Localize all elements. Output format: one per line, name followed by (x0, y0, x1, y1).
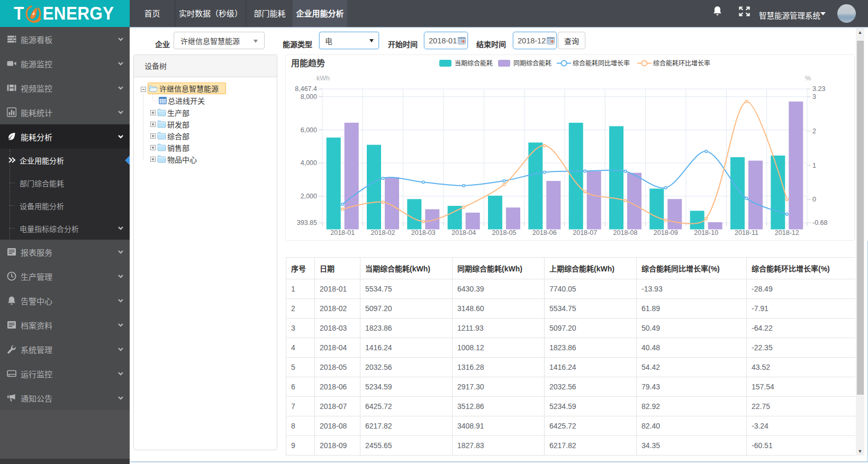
svg-text:2,000: 2,000 (301, 193, 317, 200)
svg-text:kWh: kWh (317, 75, 330, 82)
svg-text:2018-05: 2018-05 (492, 229, 517, 236)
svg-text:2018-12: 2018-12 (775, 229, 799, 236)
svg-text:2018-07: 2018-07 (573, 229, 597, 236)
svg-text:6,000: 6,000 (301, 126, 317, 134)
svg-text:%: % (805, 75, 811, 82)
svg-text:8,000: 8,000 (301, 93, 317, 101)
svg-text:综合能耗同比增长率: 综合能耗同比增长率 (573, 59, 630, 67)
svg-text:3: 3 (812, 93, 816, 101)
svg-text:2: 2 (812, 128, 816, 135)
svg-text:2018-01: 2018-01 (330, 229, 355, 236)
svg-text:2018-06: 2018-06 (532, 229, 557, 236)
svg-text:-0.68: -0.68 (812, 219, 828, 226)
svg-text:2018-09: 2018-09 (654, 229, 678, 236)
svg-text:3.23: 3.23 (812, 85, 825, 93)
svg-text:2018-08: 2018-08 (613, 229, 638, 236)
svg-text:2018-10: 2018-10 (694, 229, 718, 236)
svg-text:2018-02: 2018-02 (371, 229, 395, 236)
svg-text:8,467.4: 8,467.4 (295, 85, 317, 93)
svg-text:2018-03: 2018-03 (411, 229, 436, 236)
svg-text:2018-11: 2018-11 (735, 229, 758, 236)
svg-text:0: 0 (812, 196, 816, 203)
svg-text:393.85: 393.85 (297, 219, 317, 226)
svg-text:1: 1 (812, 162, 816, 169)
svg-text:用能趋势: 用能趋势 (291, 58, 325, 68)
svg-text:综合能耗环比增长率: 综合能耗环比增长率 (653, 59, 710, 67)
svg-text:当期综合能耗: 当期综合能耗 (455, 59, 493, 67)
svg-text:4,000: 4,000 (301, 159, 317, 167)
svg-text:同期综合能耗: 同期综合能耗 (513, 59, 551, 67)
svg-text:2018-04: 2018-04 (451, 229, 476, 236)
